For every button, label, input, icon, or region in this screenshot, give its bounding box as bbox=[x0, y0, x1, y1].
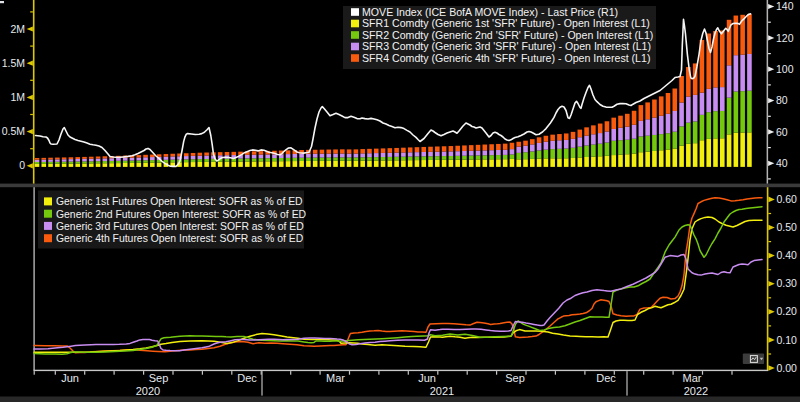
svg-text:0.40: 0.40 bbox=[777, 249, 798, 261]
svg-text:SFR4 Comdty (Generic 4th 'SFR': SFR4 Comdty (Generic 4th 'SFR' Future) -… bbox=[362, 52, 650, 64]
svg-text:0.10: 0.10 bbox=[777, 334, 798, 346]
svg-text:Mar: Mar bbox=[326, 372, 345, 384]
svg-text:0.50: 0.50 bbox=[777, 221, 798, 233]
svg-text:Generic 4th Futures Open Inter: Generic 4th Futures Open Interest: SOFR … bbox=[56, 233, 303, 244]
svg-text:100: 100 bbox=[776, 63, 794, 75]
svg-text:1M: 1M bbox=[10, 91, 25, 103]
svg-text:Sep: Sep bbox=[505, 372, 525, 384]
svg-text:60: 60 bbox=[776, 126, 788, 138]
svg-text:Generic 1st Futures Open Inter: Generic 1st Futures Open Interest: SOFR … bbox=[56, 196, 303, 207]
svg-text:0.30: 0.30 bbox=[777, 277, 798, 289]
svg-text:Jun: Jun bbox=[418, 372, 436, 384]
svg-text:2020: 2020 bbox=[136, 385, 160, 397]
svg-text:SFR3 Comdty (Generic 3rd 'SFR': SFR3 Comdty (Generic 3rd 'SFR' Future) -… bbox=[362, 40, 651, 52]
svg-text:2M: 2M bbox=[10, 23, 25, 35]
svg-text:Sep: Sep bbox=[149, 372, 169, 384]
svg-text:Jun: Jun bbox=[61, 372, 79, 384]
svg-text:0.5M: 0.5M bbox=[2, 125, 25, 137]
svg-text:40: 40 bbox=[776, 157, 788, 169]
svg-text:SFR2 Comdty (Generic 2nd 'SFR': SFR2 Comdty (Generic 2nd 'SFR' Future) -… bbox=[362, 29, 653, 41]
svg-text:MOVE Index (ICE BofA MOVE Inde: MOVE Index (ICE BofA MOVE Index) - Last … bbox=[362, 6, 618, 18]
svg-text:140: 140 bbox=[776, 0, 794, 12]
svg-text:80: 80 bbox=[776, 94, 788, 106]
svg-text:120: 120 bbox=[776, 32, 794, 44]
svg-text:0: 0 bbox=[19, 159, 25, 171]
svg-text:SFR1 Comdty (Generic 1st 'SFR': SFR1 Comdty (Generic 1st 'SFR' Future) -… bbox=[362, 17, 650, 29]
svg-text:Mar: Mar bbox=[683, 372, 702, 384]
svg-text:Generic 3rd Futures Open Inter: Generic 3rd Futures Open Interest: SOFR … bbox=[56, 221, 304, 232]
svg-text:1.5M: 1.5M bbox=[2, 57, 25, 69]
svg-text:Dec: Dec bbox=[237, 372, 257, 384]
svg-text:0.20: 0.20 bbox=[777, 305, 798, 317]
svg-text:Generic 2nd Futures Open Inter: Generic 2nd Futures Open Interest: SOFR … bbox=[56, 209, 306, 220]
svg-text:0.60: 0.60 bbox=[777, 193, 798, 205]
svg-text:0.00: 0.00 bbox=[777, 362, 798, 374]
svg-text:2021: 2021 bbox=[430, 385, 454, 397]
svg-text:2022: 2022 bbox=[684, 385, 708, 397]
svg-text:Dec: Dec bbox=[596, 372, 616, 384]
